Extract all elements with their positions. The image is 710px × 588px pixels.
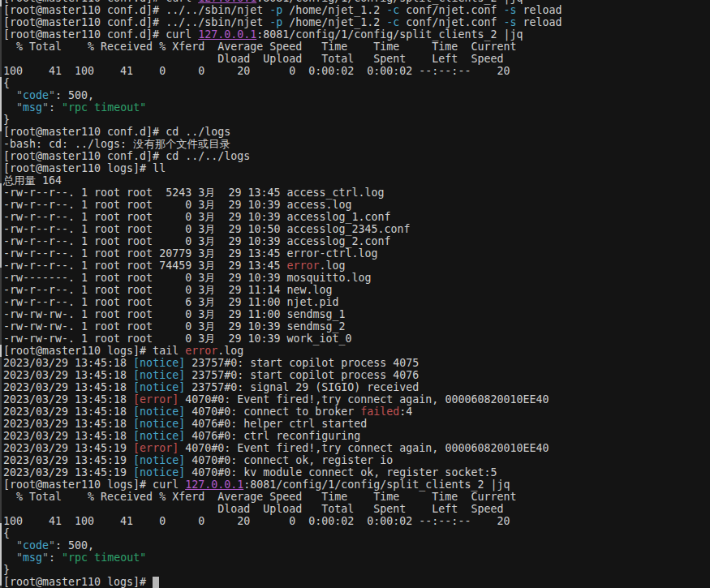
ip-address-text: 127.0.0.1	[185, 479, 243, 491]
terminal-text: [notice]	[133, 430, 185, 442]
terminal-text: failed	[360, 406, 399, 418]
terminal-text: [root@master110 logs]# curl	[3, 479, 185, 491]
terminal-text: -bash: cd: ../logs: 没有那个文件或目录	[3, 138, 230, 150]
terminal-text: [root@master110 conf.d]# ../../sbin/njet	[3, 16, 269, 28]
terminal-text: {	[3, 77, 10, 89]
terminal-line: 2023/03/29 13:45:19 [notice] 4070#0: con…	[3, 454, 710, 466]
terminal-text: -s	[503, 16, 516, 28]
terminal-text: : 500,	[55, 89, 94, 101]
terminal-text: 2023/03/29 13:45:18	[3, 381, 133, 393]
terminal-text: -rw-------. 1 root root 0 3月 29 10:39 mo…	[3, 272, 372, 284]
terminal-text	[3, 539, 16, 552]
terminal-text: 23757#0: start copilot process 4075	[185, 357, 419, 369]
terminal-text: 2023/03/29 13:45:18	[3, 357, 133, 369]
terminal-text: -c	[386, 4, 399, 16]
terminal-line: -rw-r--r--. 1 root root 0 3月 29 10:39 ac…	[3, 235, 710, 247]
terminal-text: [notice]	[133, 369, 185, 381]
terminal-text: reload	[516, 16, 562, 28]
terminal-line: [root@master110 logs]# curl 127.0.0.1:80…	[3, 479, 710, 491]
terminal-text: "	[16, 89, 23, 101]
terminal-text: [notice]	[133, 466, 185, 479]
terminal-text: -rw-rw-rw-. 1 root root 0 3月 29 10:39 se…	[3, 320, 346, 333]
terminal-text: 100 41 100 41 0 0 20 0 0:00:02 0:00:02 -…	[3, 65, 510, 77]
terminal-text	[3, 552, 16, 564]
terminal-text: [notice]	[133, 357, 185, 369]
terminal-text: :8081/config/1/config/split_clients_2 |j…	[256, 28, 523, 41]
terminal-text: 2023/03/29 13:45:18	[3, 430, 133, 442]
terminal-line: }	[3, 564, 710, 576]
terminal-text: [root@master110 conf.d]# curl	[3, 28, 198, 41]
terminal-text: % Total % Received % Xferd Average Speed…	[3, 491, 516, 503]
terminal-text: -rw-r--r--. 1 root root 20779 3月 29 13:4…	[3, 247, 378, 260]
terminal-line: -rw-r--r--. 1 root root 6 3月 29 11:00 nj…	[3, 296, 710, 308]
terminal-text: 4070#0: Event fired!,try connect again, …	[179, 442, 549, 454]
terminal-line: 2023/03/29 13:45:18 [notice] 23757#0: st…	[3, 369, 710, 381]
terminal-text: [root@master110 logs]# tail	[3, 345, 185, 357]
terminal-text: 4076#0: helper ctrl started	[185, 418, 367, 430]
terminal-text: -p	[269, 4, 282, 16]
terminal-text: % Total % Received % Xferd Average Speed…	[3, 41, 516, 53]
terminal-text: 23757#0: start copilot process 4076	[185, 369, 419, 381]
terminal-line: -rw-------. 1 root root 0 3月 29 10:39 mo…	[3, 272, 710, 284]
terminal-line: 2023/03/29 13:45:18 [notice] 4070#0: con…	[3, 406, 710, 418]
terminal-text: conf/njet.conf	[399, 4, 503, 16]
terminal-line: [root@master110 conf.d]# ../../sbin/njet…	[3, 4, 710, 16]
terminal-line: % Total % Received % Xferd Average Speed…	[3, 491, 710, 503]
terminal-text: "rpc timeout"	[62, 552, 146, 564]
terminal-text: 2023/03/29 13:45:19	[3, 466, 133, 479]
terminal-text: /home/njet_1.2	[282, 16, 386, 28]
terminal-line: 2023/03/29 13:45:18 [error] 4070#0: Even…	[3, 393, 710, 406]
terminal-line: -rw-rw-rw-. 1 root root 0 3月 29 11:00 se…	[3, 308, 710, 320]
terminal-text: [root@master110 conf.d]# ../../sbin/njet	[3, 4, 269, 16]
terminal-text: 总用量 164	[3, 174, 62, 187]
terminal-text: -p	[269, 16, 282, 28]
terminal-text: [root@master110 logs]# ll	[3, 162, 166, 174]
terminal-line: [root@master110 conf.d]# curl 127.0.0.1:…	[3, 28, 710, 41]
terminal-line: 总用量 164	[3, 174, 710, 187]
terminal-text: -rw-r--r--. 1 root root 6 3月 29 11:00 nj…	[3, 296, 339, 308]
terminal-text: :4	[399, 406, 412, 418]
terminal-text: -rw-r--r--. 1 root root 0 3月 29 11:14 ne…	[3, 284, 333, 296]
terminal-cursor	[153, 577, 159, 588]
terminal-line: % Total % Received % Xferd Average Speed…	[3, 41, 710, 53]
terminal-line: -rw-r--r--. 1 root root 74459 3月 29 13:4…	[3, 260, 710, 272]
terminal-text: "	[16, 101, 23, 114]
terminal-line: 2023/03/29 13:45:18 [notice] 23757#0: si…	[3, 381, 710, 393]
ip-address-text: 127.0.0.1	[198, 28, 256, 41]
terminal-text: 2023/03/29 13:45:18	[3, 369, 133, 381]
terminal-line: -rw-r--r--. 1 root root 0 3月 29 10:50 ac…	[3, 223, 710, 235]
terminal-text: -rw-rw-rw-. 1 root root 0 3月 29 11:00 se…	[3, 308, 346, 320]
terminal-line: {	[3, 77, 710, 89]
terminal-text: -rw-r--r--. 1 root root 0 3月 29 10:39 ac…	[3, 211, 391, 223]
terminal-line: Dload Upload Total Spent Left Speed	[3, 53, 710, 65]
terminal-text: code	[23, 89, 49, 101]
terminal-text: 2023/03/29 13:45:18	[3, 406, 133, 418]
terminal-text: }	[3, 564, 10, 576]
terminal-text: [notice]	[133, 418, 185, 430]
terminal-text: 4076#0: ctrl reconfiguring	[185, 430, 360, 442]
terminal-text: [error]	[133, 442, 179, 454]
terminal-text: 23757#0: signal 29 (SIGIO) received	[185, 381, 419, 393]
terminal-text: error	[185, 345, 217, 357]
terminal-window[interactable]: [root@master110 conf.d]# curl 127.0.0.1:…	[0, 0, 710, 588]
terminal-line: 2023/03/29 13:45:19 [notice] 4070#0: kv …	[3, 466, 710, 479]
terminal-line: -rw-r--r--. 1 root root 5243 3月 29 13:45…	[3, 187, 710, 199]
terminal-text: :8081/config/1/config/split_clients_2 |j…	[243, 479, 510, 491]
terminal-text: [root@master110 conf.d]# cd ../logs	[3, 126, 230, 138]
terminal-text: 4070#0: kv module connect ok, register s…	[185, 466, 497, 479]
terminal-line: -rw-r--r--. 1 root root 0 3月 29 10:39 ac…	[3, 211, 710, 223]
terminal-text: -rw-r--r--. 1 root root 0 3月 29 10:39 ac…	[3, 235, 391, 247]
terminal-text: [root@master110 logs]#	[3, 576, 153, 588]
terminal-text: Dload Upload Total Spent Left Speed	[3, 503, 503, 515]
terminal-text: "	[42, 101, 49, 114]
terminal-text: "	[49, 539, 55, 552]
terminal-text: msg	[23, 101, 42, 114]
terminal-text: /home/njet_1.2	[282, 4, 386, 16]
terminal-text: "	[49, 89, 55, 101]
terminal-line: [root@master110 logs]# tail error.log	[3, 345, 710, 357]
terminal-line: "msg": "rpc timeout"	[3, 552, 710, 564]
terminal-line: 2023/03/29 13:45:18 [notice] 4076#0: hel…	[3, 418, 710, 430]
terminal-text: reload	[516, 4, 562, 16]
terminal-text: 2023/03/29 13:45:18	[3, 418, 133, 430]
terminal-line: "code": 500,	[3, 539, 710, 552]
